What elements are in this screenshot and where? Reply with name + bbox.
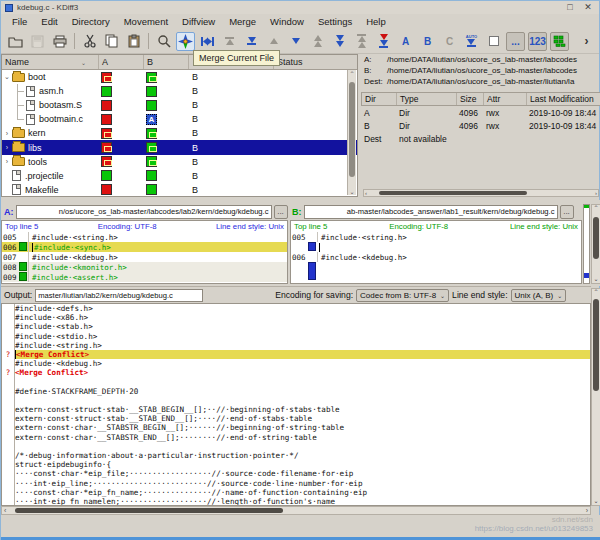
tree-item-label: bootmain.c	[39, 114, 83, 124]
file-icon	[12, 184, 21, 195]
tree-item-label: Makefile	[25, 185, 59, 195]
tree-row-asm.h[interactable]: asm.hB	[2, 84, 357, 98]
go-prev-conflict-icon[interactable]	[308, 32, 327, 51]
expander-icon[interactable]: ›	[2, 130, 12, 137]
copy-icon[interactable]	[102, 32, 121, 51]
tree-cell-operation[interactable]: B	[189, 98, 274, 112]
tree-cell-operation[interactable]: B	[189, 112, 274, 126]
tree-cell-operation[interactable]: B	[189, 169, 274, 183]
open-file-icon[interactable]	[6, 32, 25, 51]
select-line-b-icon[interactable]: B	[418, 32, 437, 51]
column-header-name[interactable]: Name ⌄	[2, 55, 99, 69]
code-text: #include·<string.h>	[15, 341, 590, 350]
tree-row-libs[interactable]: ›libsB	[2, 140, 357, 154]
go-next-unsolved-conflict-icon[interactable]	[374, 32, 393, 51]
go-next-conflict-icon[interactable]	[330, 32, 349, 51]
paste-icon[interactable]	[124, 32, 143, 51]
pane-a-body[interactable]: Top line 5 Encoding: UTF-8 Line end styl…	[1, 220, 288, 284]
go-last-delta-icon[interactable]	[242, 32, 261, 51]
print-icon[interactable]	[50, 32, 69, 51]
save-icon[interactable]	[28, 32, 47, 51]
tree-cell-operation[interactable]: B	[189, 84, 274, 98]
toolbar-overflow-icon[interactable]: ›	[577, 32, 596, 51]
show-line-numbers-icon[interactable]: 123	[528, 32, 547, 51]
select-line-c-icon[interactable]: C	[440, 32, 459, 51]
tree-row-bootmain.c[interactable]: bootmain.cAB	[2, 112, 357, 126]
tree-row-boot[interactable]: ⌄bootB	[2, 70, 357, 84]
merge-current-file-icon[interactable]	[176, 32, 195, 51]
highlight-diff-icon[interactable]	[550, 32, 569, 51]
info-column-attr[interactable]: Attr	[484, 93, 527, 105]
info-hscrollbar[interactable]: ‹›	[363, 189, 599, 197]
cut-icon[interactable]	[80, 32, 99, 51]
menu-item-help[interactable]: Help	[361, 15, 395, 28]
output-hscrollbar[interactable]: ‹ ›	[1, 506, 591, 515]
tree-row-kern[interactable]: ›kernB	[2, 126, 357, 140]
tree-row-.projectile[interactable]: .projectileB	[2, 169, 357, 183]
output-path-field[interactable]: master/liutian/lab2/kern/debug/kdebug.c	[35, 289, 203, 302]
auto-advance-icon[interactable]: AUTO	[462, 32, 481, 51]
tree-cell-operation[interactable]: B	[189, 183, 274, 197]
file-icon	[26, 114, 35, 125]
code-text: <Merge Conflict>	[15, 350, 590, 359]
menu-item-edit[interactable]: Edit	[36, 15, 66, 28]
go-next-delta-icon[interactable]	[286, 32, 305, 51]
tree-item-label: boot	[28, 72, 46, 82]
pane-b-body[interactable]: Top line 5 Encoding: UTF-8 Line end styl…	[290, 220, 582, 284]
menu-item-merge[interactable]: Merge	[224, 15, 265, 28]
tree-cell-operation[interactable]: B	[189, 126, 274, 140]
maximize-button[interactable]: □	[563, 2, 577, 13]
encoding-combo[interactable]: Codec from B: UTF-8⌄	[356, 289, 449, 302]
select-line-a-icon[interactable]: A	[396, 32, 415, 51]
diff-overview-strip[interactable]	[583, 204, 590, 284]
expander-icon[interactable]: ›	[2, 158, 12, 165]
tree-row-tools[interactable]: ›toolsB	[2, 155, 357, 169]
pane-a-path-field[interactable]: n/os/ucore_os_lab-master/labcodes/lab2/k…	[16, 205, 272, 219]
expander-icon[interactable]: ›	[2, 144, 12, 151]
go-current-delta-icon[interactable]	[198, 32, 217, 51]
column-header-a[interactable]: A	[99, 55, 144, 69]
output-line	[2, 378, 590, 387]
info-column-size[interactable]: Size	[457, 93, 484, 105]
column-header-status[interactable]: Status	[274, 55, 357, 69]
info-table-row[interactable]: BDir4096rwx2019-10-09 18:44	[361, 119, 600, 132]
code-text: #include·<stdio.h>	[15, 332, 590, 341]
tree-row-Makefile[interactable]: MakefileB	[2, 183, 357, 197]
pane-b-browse-button[interactable]: ...	[560, 205, 574, 219]
conflict-marker	[2, 313, 15, 322]
show-whitespace-icon[interactable]: ...	[506, 32, 525, 51]
tree-cell-operation[interactable]: B	[189, 155, 274, 169]
diff-vscrollbar[interactable]: ⌃ ⌄	[591, 204, 600, 284]
show-whitespace-checkbox-icon[interactable]	[484, 32, 503, 51]
tree-item-label: asm.h	[39, 86, 64, 96]
line-end-combo[interactable]: Unix (A, B)⌄	[511, 289, 567, 302]
info-table-row[interactable]: Destnot available	[361, 132, 600, 145]
go-first-delta-icon[interactable]	[220, 32, 239, 51]
close-button[interactable]: ✕	[581, 2, 595, 13]
info-column-last-modification[interactable]: Last Modification	[527, 93, 600, 105]
column-header-b[interactable]: B	[144, 55, 189, 69]
menu-item-file[interactable]: File	[7, 15, 36, 28]
menu-item-settings[interactable]: Settings	[313, 15, 361, 28]
pane-b-path-field[interactable]: ab-master/labcodes_answer/lab1_result/ke…	[304, 205, 558, 219]
output-line: extern·const·char·__STABSTR_BEGIN__[];··…	[2, 423, 590, 432]
output-vscrollbar[interactable]: ⌃ ⌄	[591, 288, 600, 506]
expander-icon[interactable]: ⌄	[2, 73, 12, 81]
info-column-type[interactable]: Type	[397, 93, 457, 105]
menu-item-window[interactable]: Window	[265, 15, 313, 28]
tree-cell-operation[interactable]: B	[189, 70, 274, 84]
tree-row-bootasm.S[interactable]: bootasm.SB	[2, 98, 357, 112]
tree-cell-operation[interactable]: B	[189, 140, 274, 154]
pane-a-browse-button[interactable]: ...	[274, 205, 288, 219]
menu-item-diffview[interactable]: Diffview	[177, 15, 224, 28]
info-cell: 4096	[456, 108, 483, 118]
info-column-dir[interactable]: Dir	[362, 93, 397, 105]
info-table-row[interactable]: ADir4096rwx2019-10-09 18:44	[361, 106, 600, 119]
menu-item-movement[interactable]: Movement	[119, 15, 177, 28]
tree-vscrollbar[interactable]: ⌃⌄	[347, 70, 356, 195]
go-prev-unsolved-conflict-icon[interactable]	[352, 32, 371, 51]
find-icon[interactable]	[154, 32, 173, 51]
menu-item-directory[interactable]: Directory	[67, 15, 119, 28]
go-prev-delta-icon[interactable]	[264, 32, 283, 51]
merge-output-editor[interactable]: #include·<defs.h>#include·<x86.h>#includ…	[1, 303, 591, 506]
